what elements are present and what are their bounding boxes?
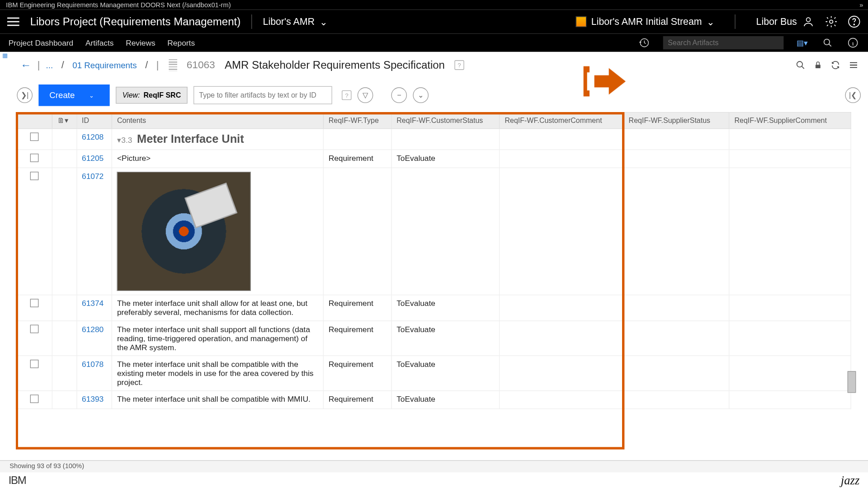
view-selector[interactable]: View: ReqIF SRC xyxy=(116,87,188,103)
row-checkbox[interactable] xyxy=(30,154,38,162)
chevron-down-icon: ⌄ xyxy=(707,16,714,27)
titlebar-chevrons[interactable]: » xyxy=(859,1,862,9)
collapse-button[interactable]: − xyxy=(392,87,407,103)
cell-contents[interactable]: The meter interface unit shall support a… xyxy=(112,321,324,356)
gear-icon[interactable] xyxy=(825,15,838,28)
stream-selector[interactable]: Libor's AMR Initial Stream ⌄ xyxy=(576,16,714,27)
col-supplier-status[interactable]: ReqIF-WF.SupplierStatus xyxy=(623,113,729,129)
cell-type: Requirement xyxy=(323,391,392,409)
filter-input[interactable] xyxy=(193,86,332,104)
artifact-id-link[interactable]: 61393 xyxy=(82,394,104,404)
cell-supplier-comment xyxy=(729,391,851,409)
cell-supplier-comment xyxy=(729,168,851,295)
user-menu[interactable]: Libor Bus xyxy=(756,15,815,28)
info-icon[interactable] xyxy=(846,36,859,49)
cell-supplier-comment xyxy=(729,321,851,356)
scrollbar-thumb[interactable] xyxy=(848,371,856,393)
table-row[interactable]: 61072 xyxy=(16,168,851,295)
col-supplier-comment[interactable]: ReqIF-WF.SupplierComment xyxy=(729,113,851,129)
cell-customer-comment xyxy=(500,168,623,295)
tab-artifacts[interactable]: Artifacts xyxy=(85,38,114,47)
row-checkbox[interactable] xyxy=(30,394,38,403)
drag-grip-icon[interactable] xyxy=(169,59,177,71)
col-contents[interactable]: Contents xyxy=(112,113,324,129)
artifact-id-link[interactable]: 61208 xyxy=(82,132,104,141)
cell-customer-status: ToEvaluate xyxy=(392,356,500,390)
cell-supplier-comment xyxy=(729,295,851,321)
chevron-down-icon: ⌄ xyxy=(320,16,327,27)
stream-icon xyxy=(576,16,586,27)
cell-contents[interactable]: <Picture> xyxy=(112,150,324,168)
view-prefix: View: xyxy=(123,91,140,99)
create-button[interactable]: Create ⌄ xyxy=(38,84,109,106)
col-type[interactable]: ReqIF-WF.Type xyxy=(323,113,392,129)
table-row[interactable]: 61078The meter interface unit shall be c… xyxy=(16,356,851,390)
row-checkbox[interactable] xyxy=(30,132,38,141)
cell-customer-status: ToEvaluate xyxy=(392,150,500,168)
row-checkbox[interactable] xyxy=(30,299,38,307)
embedded-image xyxy=(117,172,251,291)
doc-help-icon[interactable]: ? xyxy=(454,60,464,70)
artifact-id-link[interactable]: 61072 xyxy=(82,172,104,181)
row-checkbox[interactable] xyxy=(30,325,38,333)
cell-type: Requirement xyxy=(323,295,392,321)
nav-tabs: Project Dashboard Artifacts Reviews Repo… xyxy=(0,34,868,52)
apps-icon[interactable]: ▦ xyxy=(2,52,8,59)
history-icon[interactable] xyxy=(638,36,651,49)
filter-help-icon[interactable]: ? xyxy=(342,90,351,100)
cell-contents[interactable]: The meter interface unit shall be compat… xyxy=(112,391,324,409)
search-icon[interactable] xyxy=(796,60,805,70)
search-artifacts-input[interactable] xyxy=(663,36,784,49)
filter-funnel-button[interactable]: ▽ xyxy=(358,87,373,103)
table-row[interactable]: 61393The meter interface unit shall be c… xyxy=(16,391,851,409)
create-label: Create xyxy=(49,90,75,100)
table-row[interactable]: 61205<Picture>RequirementToEvaluate xyxy=(16,150,851,168)
table-row[interactable]: 61208▾3.3Meter Interface Unit xyxy=(16,129,851,150)
col-customer-comment[interactable]: ReqIF-WF.CustomerComment xyxy=(500,113,623,129)
breadcrumb-dots[interactable]: ... xyxy=(46,60,53,70)
expand-button[interactable]: ⌄ xyxy=(413,87,429,103)
breadcrumb-folder[interactable]: 01 Requirements xyxy=(72,60,137,70)
tab-dashboard[interactable]: Project Dashboard xyxy=(9,38,74,47)
artifact-id-link[interactable]: 61205 xyxy=(82,154,104,163)
cell-supplier-status xyxy=(623,391,729,409)
window-titlebar: IBM Engineering Requirements Management … xyxy=(0,0,868,9)
project-area-dropdown[interactable]: Libor's AMR ⌄ xyxy=(263,16,327,27)
expand-sidebar-button[interactable]: ❯| xyxy=(17,87,33,103)
cell-contents[interactable]: ▾3.3Meter Interface Unit xyxy=(112,129,324,150)
col-checkbox[interactable] xyxy=(16,113,52,129)
refresh-icon[interactable] xyxy=(830,60,840,70)
app-header: Libors Project (Requirements Management)… xyxy=(0,9,868,33)
cell-customer-status: ToEvaluate xyxy=(392,391,500,409)
artifact-id-link[interactable]: 61280 xyxy=(82,325,104,334)
menu-icon[interactable] xyxy=(7,14,22,29)
cell-customer-comment xyxy=(500,150,623,168)
back-button[interactable]: ← xyxy=(20,59,31,71)
project-title[interactable]: Libors Project (Requirements Management) xyxy=(30,15,241,28)
help-icon[interactable] xyxy=(848,15,861,28)
table-row[interactable]: 61280The meter interface unit shall supp… xyxy=(16,321,851,356)
cell-customer-comment xyxy=(500,356,623,390)
jazz-logo: jazz xyxy=(841,473,860,487)
collapse-right-panel-button[interactable]: |❮ xyxy=(845,87,861,103)
row-checkbox[interactable] xyxy=(30,172,38,180)
artifact-id-link[interactable]: 61078 xyxy=(82,360,104,369)
search-icon[interactable] xyxy=(821,36,834,49)
cell-contents[interactable]: The meter interface unit shall allow for… xyxy=(112,295,324,321)
cell-customer-comment xyxy=(500,391,623,409)
cell-contents[interactable]: The meter interface unit shall be compat… xyxy=(112,356,324,390)
tab-reports[interactable]: Reports xyxy=(167,38,195,47)
col-customer-status[interactable]: ReqIF-WF.CustomerStatus xyxy=(392,113,500,129)
project-area-label: Libor's AMR xyxy=(263,16,315,27)
row-checkbox[interactable] xyxy=(30,360,38,368)
col-id[interactable]: ID xyxy=(77,113,112,129)
more-menu-icon[interactable] xyxy=(849,60,858,70)
search-settings-icon[interactable]: ▤▾ xyxy=(796,36,809,49)
table-row[interactable]: 61374The meter interface unit shall allo… xyxy=(16,295,851,321)
lock-icon[interactable] xyxy=(814,60,822,70)
artifact-id-link[interactable]: 61374 xyxy=(82,299,104,308)
cell-contents[interactable] xyxy=(112,168,324,295)
col-menu[interactable]: 🗎▾ xyxy=(52,113,77,129)
tab-reviews[interactable]: Reviews xyxy=(126,38,155,47)
footer: IBM jazz xyxy=(0,472,868,488)
